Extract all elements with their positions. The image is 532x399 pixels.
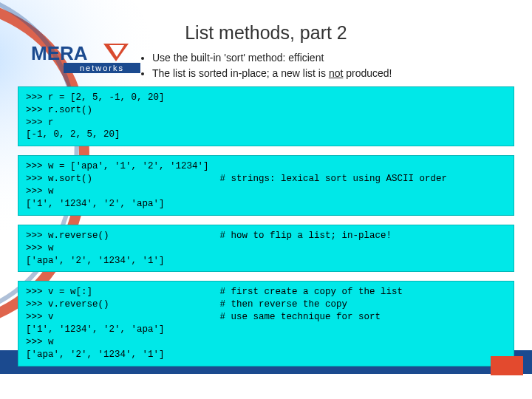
code-block: >>> r = [2, 5, -1, 0, 20] >>> r.sort() >… bbox=[18, 86, 514, 147]
footer-accent bbox=[491, 356, 523, 375]
bullet-item: The list is sorted in-place; a new list … bbox=[152, 66, 532, 81]
bullet-item: Use the built-in 'sort' method: efficien… bbox=[152, 51, 532, 65]
svg-text:MERA: MERA bbox=[31, 42, 88, 64]
code-area: >>> r = [2, 5, -1, 0, 20] >>> r.sort() >… bbox=[18, 86, 514, 366]
code-block: >>> w.reverse() # how to flip a list; in… bbox=[18, 225, 514, 273]
underlined-word: not bbox=[329, 67, 343, 79]
code-block: >>> v = w[:] # first create a copy of th… bbox=[18, 281, 514, 366]
footer-white bbox=[0, 374, 532, 399]
bullet-list: Use the built-in 'sort' method: efficien… bbox=[140, 51, 532, 81]
svg-text:networks: networks bbox=[80, 64, 124, 72]
bullet-text: produced! bbox=[343, 67, 392, 79]
bullet-text: The list is sorted in-place; a new list … bbox=[152, 67, 329, 79]
mera-logo: MERA networks bbox=[31, 41, 142, 81]
code-block: >>> w = ['apa', '1', '2', '1234'] >>> w.… bbox=[18, 155, 514, 216]
